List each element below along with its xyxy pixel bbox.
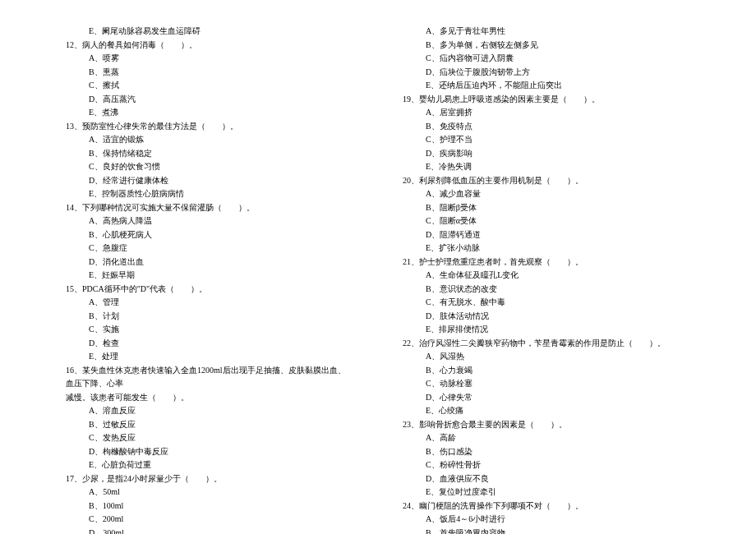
- answer-option: B、100ml: [66, 499, 353, 513]
- answer-option: E、妊娠早期: [66, 269, 353, 283]
- answer-option: E、控制器质性心脏病病情: [66, 187, 353, 201]
- answer-option: B、保持情绪稳定: [66, 147, 353, 161]
- answer-option: D、经常进行健康体检: [66, 174, 353, 188]
- answer-option: B、免疫特点: [403, 120, 690, 134]
- answer-option: A、饭后4～6小时进行: [403, 513, 690, 527]
- question-text: 12、病人的餐具如何消毒（ ）。: [66, 39, 353, 53]
- answer-option: A、喷雾: [66, 52, 353, 66]
- question-text: 减慢。该患者可能发生（ ）。: [66, 391, 353, 405]
- answer-option: D、消化道出血: [66, 255, 353, 269]
- answer-option: B、心力衰竭: [403, 364, 690, 378]
- answer-option: A、生命体征及瞳孔L变化: [403, 269, 690, 283]
- answer-option: C、急腹症: [66, 242, 353, 255]
- answer-option: E、心绞痛: [403, 404, 690, 418]
- answer-option: B、首先吸净胃内容物: [403, 527, 690, 535]
- question-text: 19、婴幼儿易患上呼吸道感染的因素主要是（ ）。: [403, 93, 690, 107]
- answer-option: D、肢体活动情况: [403, 310, 690, 324]
- answer-option: D、300ml: [66, 527, 353, 535]
- answer-option: B、阻断β受体: [403, 201, 690, 215]
- answer-option: D、检查: [66, 337, 353, 351]
- answer-option: C、实施: [66, 323, 353, 337]
- answer-option: D、阻滞钙通道: [403, 228, 690, 242]
- question-text: 21、护士护理危重症患者时，首先观察（ ）。: [403, 255, 690, 269]
- answer-option: C、粉碎性骨折: [403, 458, 690, 472]
- answer-option: B、熏蒸: [66, 66, 353, 80]
- answer-option: B、意识状态的改变: [403, 283, 690, 297]
- answer-option: A、适宜的锻炼: [66, 133, 353, 147]
- answer-option: B、心肌梗死病人: [66, 228, 353, 242]
- answer-option: A、多见于青壮年男性: [403, 25, 690, 39]
- question-text: 14、下列哪种情况可实施大量不保留灌肠（ ）。: [66, 201, 353, 215]
- answer-option: E、煮沸: [66, 106, 353, 120]
- answer-option: A、高热病人降温: [66, 214, 353, 228]
- answer-option: B、过敏反应: [66, 418, 353, 432]
- answer-option: D、心律失常: [403, 391, 690, 405]
- question-text: 16、某失血性休克患者快速输入全血1200ml后出现手足抽搐、皮肤黏膜出血、血压…: [66, 364, 353, 391]
- answer-option: E、还纳后压迫内环，不能阻止疝突出: [403, 79, 690, 93]
- answer-option: B、伤口感染: [403, 445, 690, 459]
- question-text: 23、影响骨折愈合最主要的因素是（ ）。: [403, 418, 690, 432]
- answer-option: C、阻断α受体: [403, 214, 690, 228]
- answer-option: C、200ml: [66, 513, 353, 527]
- answer-option: E、冷热失调: [403, 160, 690, 174]
- left-column: E、阑尾动脉容易发生血运障碍12、病人的餐具如何消毒（ ）。A、喷雾B、熏蒸C、…: [66, 25, 353, 534]
- answer-option: B、计划: [66, 310, 353, 324]
- answer-option: E、复位时过度牵引: [403, 486, 690, 499]
- answer-option: C、动脉栓塞: [403, 377, 690, 391]
- answer-option: C、发热反应: [66, 431, 353, 445]
- answer-option: A、管理: [66, 296, 353, 310]
- answer-option: D、枸橼酸钠中毒反应: [66, 445, 353, 459]
- answer-option: A、减少血容量: [403, 187, 690, 201]
- answer-option: C、擦拭: [66, 79, 353, 93]
- answer-option: E、排尿排便情况: [403, 323, 690, 337]
- answer-option: B、多为单侧，右侧较左侧多见: [403, 39, 690, 53]
- answer-option: D、疾病影响: [403, 147, 690, 161]
- answer-option: A、风湿热: [403, 350, 690, 364]
- answer-option: D、疝块位于腹股沟韧带上方: [403, 66, 690, 80]
- answer-option: A、溶血反应: [66, 404, 353, 418]
- answer-option: C、良好的饮食习惯: [66, 160, 353, 174]
- answer-option: E、扩张小动脉: [403, 242, 690, 255]
- question-text: 20、利尿剂降低血压的主要作用机制是（ ）。: [403, 174, 690, 188]
- answer-option: D、血液供应不良: [403, 472, 690, 486]
- question-text: 24、幽门梗阻的洗胃操作下列哪项不对（ ）。: [403, 499, 690, 513]
- answer-option: C、护理不当: [403, 133, 690, 147]
- answer-option: C、疝内容物可进入阴囊: [403, 52, 690, 66]
- answer-option: A、50ml: [66, 486, 353, 499]
- question-text: 15、PDCA循环中的"D"代表（ ）。: [66, 283, 353, 297]
- question-text: 13、预防室性心律失常的最佳方法是（ ）。: [66, 120, 353, 134]
- answer-option: E、处理: [66, 350, 353, 364]
- answer-option: E、阑尾动脉容易发生血运障碍: [66, 25, 353, 39]
- answer-option: E、心脏负荷过重: [66, 458, 353, 472]
- answer-option: A、高龄: [403, 431, 690, 445]
- answer-option: C、有无脱水、酸中毒: [403, 296, 690, 310]
- question-text: 22、治疗风湿性二尖瓣狭窄药物中，苄星青霉素的作用是防止（ ）。: [403, 337, 690, 351]
- exam-content: E、阑尾动脉容易发生血运障碍12、病人的餐具如何消毒（ ）。A、喷雾B、熏蒸C、…: [66, 25, 690, 534]
- answer-option: D、高压蒸汽: [66, 93, 353, 107]
- answer-option: A、居室拥挤: [403, 106, 690, 120]
- question-text: 17、少尿，是指24小时尿量少于（ ）。: [66, 472, 353, 486]
- right-column: A、多见于青壮年男性B、多为单侧，右侧较左侧多见C、疝内容物可进入阴囊D、疝块位…: [403, 25, 690, 534]
